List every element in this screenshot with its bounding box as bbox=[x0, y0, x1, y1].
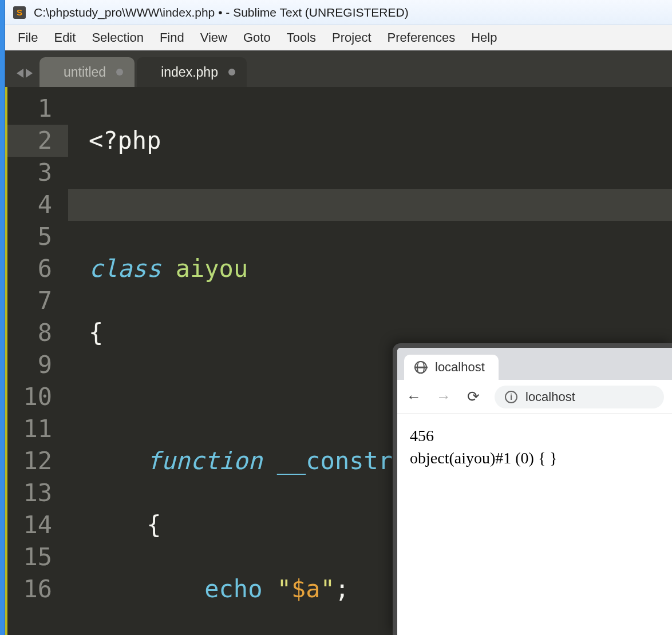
window-title: C:\phpstudy_pro\WWW\index.php • - Sublim… bbox=[34, 6, 409, 19]
globe-icon bbox=[414, 361, 427, 374]
tab-label: index.php bbox=[161, 65, 218, 80]
tab-dirty-icon[interactable] bbox=[228, 69, 235, 76]
tab-nav bbox=[10, 69, 39, 87]
menu-preferences[interactable]: Preferences bbox=[388, 30, 456, 45]
tab-nav-forward-icon[interactable] bbox=[26, 69, 33, 78]
tab-untitled[interactable]: untitled bbox=[39, 57, 135, 87]
line-number[interactable]: 5 bbox=[7, 221, 68, 253]
menu-view[interactable]: View bbox=[200, 30, 227, 45]
menu-edit[interactable]: Edit bbox=[54, 30, 76, 45]
reload-button[interactable]: ⟳ bbox=[465, 388, 482, 406]
gutter: 1 2 3 4 5 6 7 8 9 10 11 12 13 14 15 16 bbox=[5, 87, 68, 635]
line-number[interactable]: 9 bbox=[7, 349, 68, 381]
titlebar[interactable]: S C:\phpstudy_pro\WWW\index.php • - Subl… bbox=[5, 0, 672, 25]
address-text: localhost bbox=[525, 390, 575, 404]
browser-content: 456 object(aiyou)#1 (0) { } bbox=[397, 414, 672, 479]
line-number[interactable]: 15 bbox=[7, 541, 68, 573]
line-number[interactable]: 2 bbox=[7, 125, 68, 157]
menu-goto[interactable]: Goto bbox=[243, 30, 271, 45]
menu-selection[interactable]: Selection bbox=[92, 30, 144, 45]
line-number[interactable]: 14 bbox=[7, 509, 68, 541]
output-line: object(aiyou)#1 (0) { } bbox=[410, 447, 659, 469]
menu-project[interactable]: Project bbox=[332, 30, 371, 45]
line-number[interactable]: 8 bbox=[7, 317, 68, 349]
browser-tabrow: localhost bbox=[397, 348, 672, 380]
line-number[interactable]: 10 bbox=[7, 381, 68, 413]
menu-file[interactable]: File bbox=[18, 30, 38, 45]
browser-tab[interactable]: localhost bbox=[404, 355, 499, 380]
menu-find[interactable]: Find bbox=[160, 30, 184, 45]
line-number[interactable]: 11 bbox=[7, 413, 68, 445]
line-number[interactable]: 12 bbox=[7, 445, 68, 477]
info-icon[interactable]: i bbox=[505, 391, 517, 403]
output-line: 456 bbox=[410, 424, 659, 447]
line-number[interactable]: 6 bbox=[7, 253, 68, 285]
address-bar[interactable]: i localhost bbox=[495, 386, 664, 408]
app-icon: S bbox=[13, 6, 26, 19]
line-number[interactable]: 3 bbox=[7, 157, 68, 189]
line-number[interactable]: 4 bbox=[7, 189, 68, 221]
tab-index-php[interactable]: index.php bbox=[137, 57, 247, 87]
line-number[interactable]: 7 bbox=[7, 285, 68, 317]
line-number[interactable]: 16 bbox=[7, 573, 68, 605]
browser-tab-title: localhost bbox=[435, 360, 485, 375]
menubar: File Edit Selection Find View Goto Tools… bbox=[5, 25, 672, 50]
tab-nav-back-icon[interactable] bbox=[17, 69, 23, 78]
menu-tools[interactable]: Tools bbox=[287, 30, 316, 45]
back-button[interactable]: ← bbox=[405, 388, 422, 406]
line-number[interactable]: 13 bbox=[7, 477, 68, 509]
browser-window: localhost ← → ⟳ i localhost 456 object(a… bbox=[393, 343, 672, 635]
menu-help[interactable]: Help bbox=[471, 30, 497, 45]
tabbar: untitled index.php bbox=[5, 50, 672, 87]
browser-toolbar: ← → ⟳ i localhost bbox=[397, 380, 672, 414]
tab-label: untitled bbox=[64, 65, 106, 80]
forward-button[interactable]: → bbox=[435, 388, 452, 406]
line-number[interactable]: 1 bbox=[7, 93, 68, 125]
tab-dirty-icon[interactable] bbox=[116, 69, 123, 76]
